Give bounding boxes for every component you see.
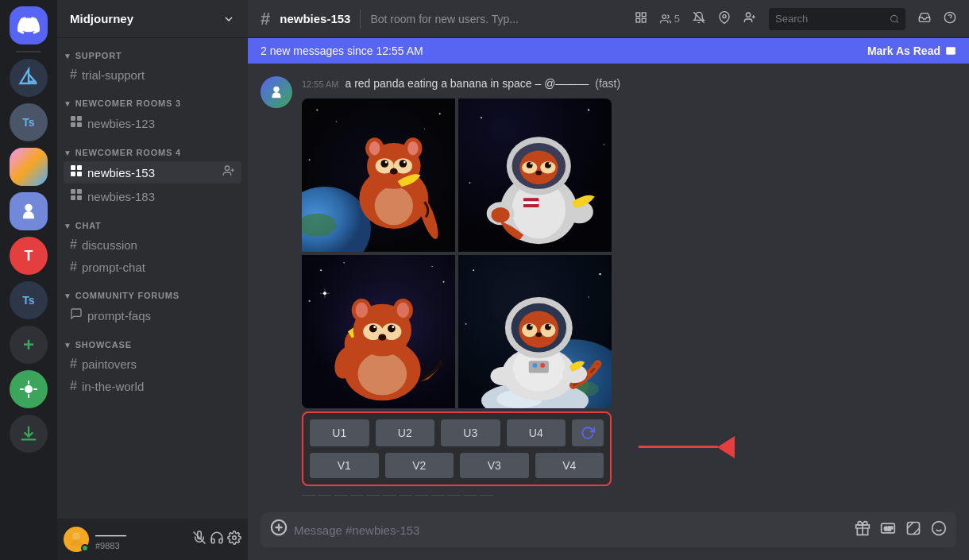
hash-icon-paint: # — [70, 357, 77, 371]
server-icon-gradient[interactable] — [10, 148, 48, 186]
image-cell-4[interactable] — [458, 255, 612, 408]
svg-point-104 — [397, 302, 409, 317]
channel-prompt-chat[interactable]: # prompt-chat — [64, 257, 241, 277]
hash-grid-icon — [70, 115, 83, 131]
image-cell-1[interactable] — [302, 98, 455, 252]
channel-discussion[interactable]: # discussion — [64, 234, 241, 255]
category-chat[interactable]: ▼ CHAT — [57, 208, 248, 234]
members-icon[interactable] — [635, 11, 647, 27]
mark-as-read-button[interactable]: Mark As Read — [867, 44, 956, 57]
svg-rect-15 — [71, 195, 75, 200]
mute-button[interactable] — [192, 531, 207, 548]
svg-point-27 — [746, 13, 750, 17]
channel-prompt-faqs[interactable]: prompt-faqs — [64, 304, 241, 326]
v2-button[interactable]: V2 — [385, 453, 454, 478]
refresh-button[interactable] — [572, 419, 604, 446]
message-input-box: GIF — [261, 512, 956, 547]
image-cell-3[interactable] — [302, 255, 455, 408]
u1-button[interactable]: U1 — [310, 419, 369, 446]
server-icon-t[interactable]: T — [10, 237, 48, 275]
server-icon-add[interactable]: + — [10, 326, 48, 364]
channel-newbies-153[interactable]: newbies-153 — [64, 161, 241, 183]
image-cell-2[interactable] — [458, 98, 612, 252]
server-header[interactable]: Midjourney — [57, 0, 248, 38]
svg-rect-2 — [71, 116, 75, 121]
svg-rect-117 — [529, 361, 549, 373]
gift-icon[interactable] — [855, 520, 871, 540]
svg-point-51 — [390, 168, 398, 174]
v3-button[interactable]: V3 — [460, 453, 529, 478]
pin-icon[interactable] — [718, 11, 731, 27]
svg-rect-21 — [642, 13, 646, 17]
svg-point-47 — [380, 160, 388, 168]
notifications-icon[interactable] — [693, 11, 705, 27]
header-icons: 5 — [635, 8, 956, 30]
svg-point-102 — [356, 302, 368, 317]
header-divider — [360, 10, 361, 29]
channel-in-the-world[interactable]: # in-the-world — [64, 376, 241, 396]
arrow-head — [717, 436, 735, 458]
gif-icon[interactable]: GIF — [880, 520, 896, 540]
u4-button[interactable]: U4 — [507, 419, 566, 446]
add-attachment-button[interactable] — [270, 519, 288, 541]
add-user-button[interactable] — [222, 164, 235, 180]
settings-button[interactable] — [227, 531, 241, 548]
svg-point-36 — [336, 121, 338, 122]
svg-point-107 — [599, 273, 600, 275]
svg-point-48 — [400, 160, 407, 168]
svg-rect-9 — [77, 172, 82, 176]
message-input[interactable] — [294, 523, 848, 537]
headphones-button[interactable] — [210, 531, 224, 548]
action-buttons-container: U1 U2 U3 U4 V1 — [302, 411, 612, 486]
v4-button[interactable]: V4 — [535, 453, 604, 478]
server-icon-purple[interactable] — [10, 192, 48, 230]
new-messages-banner[interactable]: 2 new messages since 12:55 AM Mark As Re… — [248, 38, 969, 64]
category-newcomer3[interactable]: ▼ NEWCOMER ROOMS 3 — [57, 86, 248, 111]
category-showcase[interactable]: ▼ SHOWCASE — [57, 327, 248, 353]
server-icon-ts1[interactable]: Ts — [10, 103, 48, 141]
v1-button[interactable]: V1 — [310, 453, 379, 478]
channel-paintovers[interactable]: # paintovers — [64, 353, 241, 374]
channel-trial-support[interactable]: # trial-support — [64, 64, 241, 85]
server-divider — [16, 51, 41, 52]
channel-newbies-183[interactable]: newbies-183 — [64, 185, 241, 207]
svg-point-37 — [439, 113, 441, 114]
add-member-icon[interactable] — [743, 11, 756, 27]
svg-rect-65 — [523, 198, 539, 201]
channel-header-name: newbies-153 — [280, 12, 350, 25]
server-icon-discord[interactable] — [10, 6, 48, 44]
server-icon-download[interactable] — [10, 415, 48, 453]
search-input[interactable] — [775, 13, 885, 25]
svg-point-75 — [531, 162, 532, 164]
svg-point-108 — [588, 296, 589, 298]
svg-point-129 — [535, 332, 542, 337]
u3-button[interactable]: U3 — [441, 419, 500, 446]
search-box[interactable] — [769, 8, 905, 30]
sticker-icon[interactable] — [905, 520, 921, 540]
emoji-icon[interactable] — [931, 520, 947, 540]
red-arrow-container — [639, 436, 735, 458]
u2-button[interactable]: U2 — [376, 419, 435, 446]
svg-point-119 — [540, 363, 545, 368]
category-newcomer4[interactable]: ▼ NEWCOMER ROOMS 4 — [57, 135, 248, 160]
server-icon-sail[interactable] — [10, 59, 48, 97]
category-support[interactable]: ▼ SUPPORT — [57, 38, 248, 64]
svg-point-30 — [890, 15, 897, 21]
channel-topic: Bot room for new users. Typ... — [370, 13, 624, 25]
category-community-forums[interactable]: ▼ COMMUNITY FORUMS — [57, 278, 248, 303]
help-icon[interactable] — [944, 11, 956, 27]
svg-point-49 — [385, 160, 388, 163]
server-icon-green[interactable] — [10, 370, 48, 408]
user-panel: ——— #9883 — [57, 519, 248, 560]
svg-point-118 — [533, 363, 538, 368]
server-icon-ts2[interactable]: Ts — [10, 281, 48, 319]
main-content: # newbies-153 Bot room for new users. Ty… — [248, 0, 969, 560]
new-messages-text: 2 new messages since 12:55 AM — [261, 44, 423, 57]
svg-point-59 — [588, 109, 589, 110]
svg-point-106 — [473, 269, 474, 271]
input-right-icons: GIF — [855, 520, 947, 540]
inbox-icon[interactable] — [918, 11, 931, 27]
channel-newbies-123[interactable]: newbies-123 — [64, 112, 241, 134]
svg-point-0 — [25, 204, 32, 211]
svg-rect-22 — [636, 18, 640, 22]
